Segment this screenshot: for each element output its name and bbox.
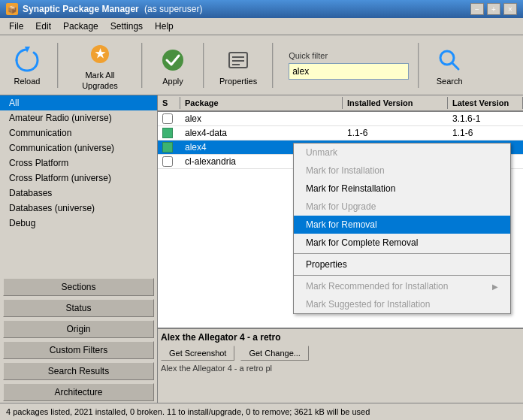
row-status-alex (158, 113, 180, 125)
star-icon: ★ (85, 39, 115, 69)
mark-all-upgrades-button[interactable]: ★ Mark All Upgrades (68, 36, 132, 93)
pkg-latest-alex: 3.1.6-1 (448, 113, 523, 125)
toolbar-separator-3 (203, 43, 204, 88)
status-indicator-green (162, 142, 173, 153)
pkg-name-alex4data: alex4-data (180, 127, 343, 139)
maximize-button[interactable]: + (487, 3, 500, 15)
desc-text: Alex the Allegator 4 - a retro pl (161, 364, 520, 373)
desc-buttons: Get Screenshot Get Change... (161, 346, 520, 361)
ctx-mark-installation[interactable]: Mark for Installation (294, 162, 510, 180)
col-header-status: S (158, 97, 180, 109)
reload-label: Reload (14, 77, 41, 86)
search-label: Search (437, 77, 463, 86)
ctx-mark-complete-removal[interactable]: Mark for Complete Removal (294, 234, 510, 252)
row-status-alex4data (158, 127, 180, 139)
row-status-clalexandria (158, 156, 180, 168)
status-indicator-green (162, 128, 173, 138)
ctx-unmark[interactable]: Unmark (294, 144, 510, 162)
ctx-mark-recommended[interactable]: Mark Recommended for Installation ▶ (294, 277, 510, 295)
status-bar: 4 packages listed, 2021 installed, 0 bro… (0, 403, 523, 419)
sidebar-item-communication[interactable]: Communication (0, 125, 157, 141)
sidebar-item-databases[interactable]: Databases (0, 186, 157, 201)
search-icon (434, 45, 464, 75)
ctx-properties[interactable]: Properties (294, 255, 510, 273)
custom-filters-button[interactable]: Custom Filters (3, 341, 154, 359)
close-button[interactable]: × (503, 3, 517, 15)
menu-settings[interactable]: Settings (104, 20, 149, 33)
sidebar-item-communication-universe[interactable]: Communication (universe) (0, 141, 157, 156)
checkbox-clalexandria[interactable] (162, 156, 173, 167)
search-button[interactable]: Search (428, 42, 470, 89)
search-results-button[interactable]: Search Results (3, 362, 154, 380)
table-header: S Package Installed Version Latest Versi… (158, 95, 523, 112)
properties-label: Properties (219, 77, 257, 86)
sidebar-item-cross-platform[interactable]: Cross Platform (0, 156, 157, 171)
apply-icon (158, 45, 188, 75)
architecture-button[interactable]: Architecture (3, 383, 154, 401)
toolbar-separator-4 (272, 43, 274, 88)
col-header-latest: Latest Version (448, 97, 523, 109)
table-row[interactable]: alex4-data 1.1-6 1.1-6 (158, 126, 523, 141)
app-icon: 📦 (6, 3, 18, 15)
toolbar-separator-5 (418, 43, 419, 88)
ctx-separator-1 (294, 253, 510, 254)
pkg-installed-alex4data: 1.1-6 (343, 127, 448, 139)
sidebar-item-debug[interactable]: Debug (0, 216, 157, 231)
reload-icon (12, 45, 42, 75)
mark-all-label: Mark All Upgrades (74, 71, 126, 90)
reload-button[interactable]: Reload (6, 42, 48, 89)
ctx-mark-removal[interactable]: Mark for Removal (294, 216, 510, 234)
submenu-arrow-icon: ▶ (492, 283, 498, 291)
menu-file[interactable]: File (3, 20, 29, 33)
title-bar: 📦 Synaptic Package Manager (as superuser… (0, 0, 523, 18)
pkg-installed-alex (343, 118, 448, 119)
toolbar: Reload ★ Mark All Upgrades Apply (0, 35, 523, 95)
sidebar-item-all[interactable]: All (0, 95, 157, 110)
svg-point-3 (162, 50, 183, 71)
pkg-latest-alex4data: 1.1-6 (448, 127, 523, 139)
apply-button[interactable]: Apply (152, 42, 194, 89)
desc-title: Alex the Allegator 4 - a retro (161, 332, 520, 343)
toolbar-separator-2 (141, 43, 143, 88)
ctx-mark-upgrade[interactable]: Mark for Upgrade (294, 198, 510, 216)
quick-filter-label: Quick filter (289, 51, 409, 60)
toolbar-separator-1 (57, 43, 59, 88)
quick-filter-area: Quick filter (289, 51, 409, 80)
col-header-installed: Installed Version (343, 97, 448, 109)
properties-button[interactable]: Properties (213, 42, 263, 89)
ctx-mark-reinstallation[interactable]: Mark for Reinstallation (294, 180, 510, 198)
get-changelog-button[interactable]: Get Change... (240, 346, 309, 361)
sidebar-item-cross-platform-universe[interactable]: Cross Platform (universe) (0, 171, 157, 186)
svg-line-9 (452, 63, 458, 69)
sidebar: All Amateur Radio (universe) Communicati… (0, 95, 158, 403)
get-screenshot-button[interactable]: Get Screenshot (161, 346, 234, 361)
menu-package[interactable]: Package (57, 20, 104, 33)
apply-label: Apply (162, 77, 183, 86)
pkg-name-alex: alex (180, 113, 343, 125)
menu-help[interactable]: Help (149, 20, 180, 33)
description-area: Alex the Allegator 4 - a retro Get Scree… (158, 328, 523, 403)
sections-button[interactable]: Sections (3, 278, 154, 296)
ctx-mark-suggested[interactable]: Mark Suggested for Installation (294, 295, 510, 313)
table-row[interactable]: alex 3.1.6-1 (158, 112, 523, 126)
quick-filter-input[interactable] (289, 63, 409, 80)
properties-icon (223, 45, 253, 75)
title-text: Synaptic Package Manager (as superuser) (23, 4, 202, 14)
row-status-alex4 (158, 141, 180, 153)
menu-edit[interactable]: Edit (29, 20, 57, 33)
checkbox-alex[interactable] (162, 113, 173, 124)
menu-bar: File Edit Package Settings Help (0, 18, 523, 35)
col-header-package: Package (180, 97, 343, 109)
svg-text:★: ★ (95, 47, 106, 60)
sidebar-item-amateur-radio[interactable]: Amateur Radio (universe) (0, 110, 157, 125)
status-text: 4 packages listed, 2021 installed, 0 bro… (6, 407, 370, 416)
window-controls: − + × (470, 3, 517, 15)
status-button[interactable]: Status (3, 299, 154, 317)
minimize-button[interactable]: − (470, 3, 484, 15)
sidebar-item-databases-universe[interactable]: Databases (universe) (0, 201, 157, 216)
context-menu: Unmark Mark for Installation Mark for Re… (293, 143, 511, 314)
origin-button[interactable]: Origin (3, 320, 154, 338)
ctx-separator-2 (294, 275, 510, 276)
